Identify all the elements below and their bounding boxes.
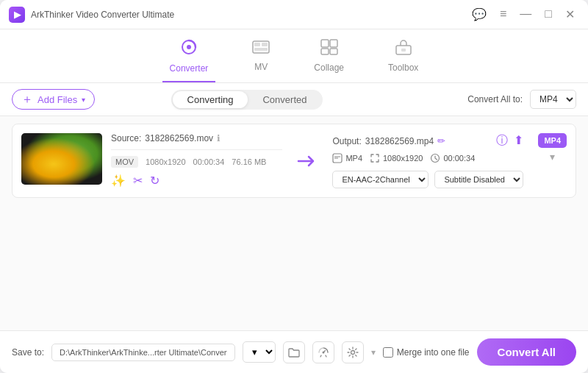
- file-source-row: Source: 3182862569.mov ℹ: [111, 133, 282, 143]
- mv-icon: [252, 40, 270, 59]
- svg-rect-11: [401, 49, 406, 51]
- nav-tabs: Converter MV Col: [0, 29, 588, 83]
- main-content: Source: 3182862569.mov ℹ MOV 1080x1920 0…: [0, 116, 588, 330]
- svg-rect-7: [330, 40, 337, 47]
- toolbox-icon: [395, 39, 412, 60]
- output-filename: 3182862569.mp4: [365, 136, 434, 146]
- output-format-badge-right[interactable]: MP4: [538, 133, 567, 148]
- folder-button[interactable]: [283, 341, 305, 363]
- close-button[interactable]: ✕: [561, 6, 579, 23]
- save-to-label: Save to:: [12, 347, 44, 358]
- rotate-icon[interactable]: ↻: [150, 174, 159, 188]
- output-info-icon[interactable]: ⓘ: [496, 133, 508, 149]
- svg-rect-4: [262, 43, 268, 46]
- thumbnail-image: [21, 133, 102, 185]
- svg-rect-8: [321, 49, 329, 54]
- output-label: Output:: [332, 136, 361, 146]
- bottom-bar: Save to: ▾ ▾: [0, 330, 588, 373]
- output-resolution-badge: 1080x1920: [370, 153, 423, 163]
- convert-all-label: Convert All to:: [467, 94, 523, 104]
- output-format-text: MP4: [345, 154, 362, 163]
- source-filename: 3182862569.mov: [145, 133, 213, 143]
- add-files-button[interactable]: ＋ Add Files ▾: [12, 89, 95, 110]
- svg-point-15: [351, 350, 354, 354]
- window-controls: 💬 ≡ — □ ✕: [467, 6, 579, 23]
- source-filesize: 76.16 MB: [232, 157, 266, 166]
- output-resolution-text: 1080x1920: [383, 154, 423, 163]
- output-edit-icon[interactable]: ✏: [437, 135, 445, 146]
- convert-all-format-select[interactable]: MP4: [530, 90, 576, 109]
- convert-all-button[interactable]: Convert All: [477, 338, 576, 366]
- plus-icon: ＋: [21, 93, 33, 105]
- source-label: Source:: [111, 133, 141, 143]
- svg-rect-3: [254, 43, 260, 46]
- convert-arrow: [291, 154, 323, 168]
- svg-point-1: [187, 45, 191, 49]
- source-duration: 00:00:34: [193, 157, 225, 166]
- tab-toolbox[interactable]: Toolbox: [381, 36, 426, 82]
- divider: [111, 149, 282, 150]
- save-path-dropdown[interactable]: ▾: [243, 341, 276, 363]
- file-item: Source: 3182862569.mov ℹ MOV 1080x1920 0…: [12, 124, 576, 198]
- svg-rect-5: [254, 48, 268, 51]
- tab-mv-label: MV: [254, 62, 268, 72]
- merge-checkbox-label[interactable]: Merge into one file: [383, 347, 470, 358]
- output-audio-row: EN-AAC-2Channel Subtitle Disabled: [332, 171, 523, 188]
- source-format-badge: MOV: [111, 156, 138, 168]
- speed-button[interactable]: [312, 341, 334, 363]
- app-logo: ▶: [9, 7, 25, 23]
- file-source-info: Source: 3182862569.mov ℹ MOV 1080x1920 0…: [111, 133, 282, 188]
- save-path-input[interactable]: [51, 344, 235, 361]
- subtitle-select[interactable]: Subtitle Disabled: [434, 171, 523, 188]
- svg-rect-9: [330, 49, 337, 54]
- output-source-row: Output: 3182862569.mp4 ✏ ⓘ ⬆: [332, 133, 523, 149]
- converting-tab[interactable]: Converting: [173, 91, 248, 108]
- source-info-icon[interactable]: ℹ: [217, 133, 220, 143]
- converter-icon: [180, 38, 198, 60]
- output-format-row: MP4 1080x1920 00:00:34: [332, 153, 523, 163]
- minimize-button[interactable]: —: [515, 6, 536, 23]
- file-meta-row: MOV 1080x1920 00:00:34 76.16 MB: [111, 156, 282, 168]
- main-window: ▶ ArkThinker Video Converter Ultimate 💬 …: [0, 0, 588, 373]
- settings-button[interactable]: [342, 341, 364, 363]
- toolbar: ＋ Add Files ▾ Converting Converted Conve…: [0, 83, 588, 116]
- add-files-label: Add Files: [37, 94, 77, 105]
- file-actions: ✨ ✂ ↻: [111, 174, 282, 188]
- tab-toolbox-label: Toolbox: [388, 63, 418, 73]
- converted-tab[interactable]: Converted: [248, 91, 321, 108]
- enhance-icon[interactable]: ✨: [111, 174, 126, 188]
- maximize-button[interactable]: □: [540, 6, 556, 23]
- output-format-badge: MP4: [332, 153, 362, 163]
- title-bar: ▶ ArkThinker Video Converter Ultimate 💬 …: [0, 0, 588, 29]
- chat-icon[interactable]: 💬: [467, 6, 491, 23]
- menu-icon[interactable]: ≡: [495, 6, 511, 23]
- settings-dropdown-icon[interactable]: ▾: [371, 347, 376, 358]
- video-thumbnail: [21, 133, 102, 185]
- tab-converter[interactable]: Converter: [162, 35, 216, 82]
- app-title: ArkThinker Video Converter Ultimate: [31, 10, 467, 20]
- svg-rect-6: [321, 40, 329, 47]
- cut-icon[interactable]: ✂: [133, 174, 143, 188]
- merge-checkbox[interactable]: [383, 347, 393, 358]
- output-area: Output: 3182862569.mp4 ✏ ⓘ ⬆ MP4: [332, 133, 523, 188]
- tab-collage-label: Collage: [314, 63, 344, 73]
- tab-converter-label: Converter: [170, 63, 209, 74]
- add-files-dropdown-icon: ▾: [82, 96, 85, 104]
- status-tabs: Converting Converted: [171, 90, 323, 110]
- format-dropdown-icon[interactable]: ▾: [550, 151, 555, 163]
- output-upload-icon[interactable]: ⬆: [514, 133, 523, 149]
- output-duration-badge: 00:00:34: [430, 153, 475, 163]
- merge-label-text: Merge into one file: [397, 347, 470, 358]
- source-resolution: 1080x1920: [146, 157, 185, 166]
- tab-collage[interactable]: Collage: [306, 36, 351, 82]
- collage-icon: [320, 39, 338, 60]
- output-duration-text: 00:00:34: [443, 154, 475, 163]
- audio-select[interactable]: EN-AAC-2Channel: [332, 171, 429, 188]
- tab-mv[interactable]: MV: [245, 37, 277, 81]
